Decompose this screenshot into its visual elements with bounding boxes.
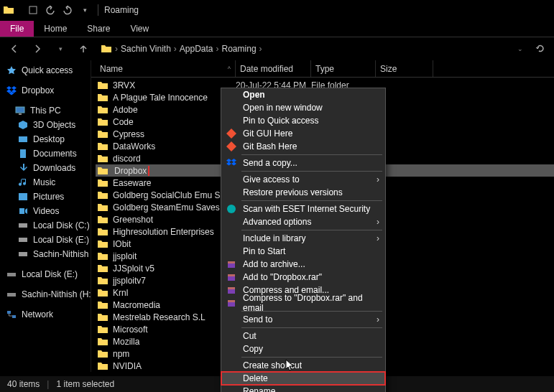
sidebar-item[interactable]: Music <box>0 175 91 190</box>
column-name[interactable]: Name^ <box>96 60 236 77</box>
svg-rect-7 <box>19 238 27 242</box>
sidebar-label: This PC <box>30 106 61 116</box>
cm-pin-quick-access[interactable]: Pin to Quick access <box>221 114 385 127</box>
column-date[interactable]: Date modified <box>236 60 311 77</box>
tab-file[interactable]: File <box>0 21 34 37</box>
column-size[interactable]: Size <box>376 60 433 77</box>
git-icon <box>226 128 237 139</box>
star-icon <box>6 65 17 76</box>
column-label: Name <box>100 64 123 74</box>
cm-advanced-options[interactable]: Advanced options› <box>221 215 385 228</box>
sidebar-item[interactable]: Desktop <box>0 132 91 146</box>
cm-create-shortcut[interactable]: Create shortcut <box>221 359 385 372</box>
cm-delete[interactable]: Delete <box>221 372 385 385</box>
cm-label: Pin to Start <box>243 246 285 256</box>
folder-icon <box>97 227 109 237</box>
sidebar-sachin-h[interactable]: Sachin-Nithish (H:) <box>0 287 91 302</box>
folder-icon <box>97 312 109 322</box>
cm-label: Pin to Quick access <box>243 116 318 126</box>
sidebar-dropbox[interactable]: Dropbox <box>0 83 91 98</box>
breadcrumb[interactable]: › Sachin Vinith › AppData › Roaming › <box>98 40 507 57</box>
sidebar-item[interactable]: Videos <box>0 204 91 218</box>
breadcrumb-seg[interactable]: Roaming <box>222 44 257 54</box>
undo-icon[interactable] <box>42 1 59 19</box>
folder-icon <box>97 129 109 139</box>
breadcrumb-seg[interactable]: Sachin Vinith <box>121 44 171 54</box>
cm-give-access[interactable]: Give access to› <box>221 173 385 186</box>
cm-copy[interactable]: Copy <box>221 342 385 355</box>
sidebar-item[interactable]: Downloads <box>0 161 91 175</box>
svg-rect-3 <box>19 136 27 142</box>
qat-save-icon[interactable] <box>24 1 42 19</box>
winrar-icon <box>226 284 237 296</box>
cm-send-to[interactable]: Send to› <box>221 313 385 326</box>
breadcrumb-seg[interactable]: AppData <box>180 44 213 54</box>
cm-open-new-window[interactable]: Open in new window <box>221 101 385 114</box>
cm-compress-dropbox-email[interactable]: Compress to "Dropbox.rar" and email <box>221 297 385 309</box>
tab-home[interactable]: Home <box>34 21 77 37</box>
up-button[interactable] <box>75 40 92 57</box>
cm-add-dropbox-rar[interactable]: Add to "Dropbox.rar" <box>221 271 385 284</box>
folder-icon <box>97 80 109 90</box>
tab-view[interactable]: View <box>120 21 159 37</box>
cm-restore-versions[interactable]: Restore previous versions <box>221 186 385 199</box>
file-name: Krnl <box>113 288 236 298</box>
file-name: A Plague Tale Innocence <box>113 93 236 103</box>
sidebar-item-label: Documents <box>33 149 77 159</box>
file-name: Cypress <box>113 129 236 139</box>
refresh-button[interactable] <box>532 41 548 57</box>
cm-send-copy[interactable]: Send a copy... <box>221 157 385 169</box>
cm-add-archive[interactable]: Add to archive... <box>221 258 385 271</box>
svg-rect-4 <box>20 149 26 158</box>
dropbox-icon <box>6 85 17 96</box>
column-headers: Name^ Date modified Type Size <box>91 60 554 78</box>
cm-include-library[interactable]: Include in library› <box>221 232 385 245</box>
file-name: Microsoft <box>113 325 236 335</box>
sidebar-item-icon <box>17 191 29 202</box>
sidebar-label: Dropbox <box>22 85 54 95</box>
address-dropdown[interactable]: ⌄ <box>512 41 528 57</box>
sidebar-quick-access[interactable]: Quick access <box>0 63 91 78</box>
cm-git-gui[interactable]: Git GUI Here <box>221 127 385 140</box>
file-name: npm <box>113 349 236 359</box>
cm-label: Compress to "Dropbox.rar" and email <box>243 293 379 313</box>
sidebar-item-icon <box>17 119 29 131</box>
cm-cut[interactable]: Cut <box>221 330 385 342</box>
redo-icon[interactable] <box>59 1 76 19</box>
window-title: Roaming <box>104 5 139 15</box>
cm-git-bash[interactable]: Git Bash Here <box>221 140 385 153</box>
cm-open[interactable]: Open <box>221 88 385 101</box>
cm-rename[interactable]: Rename <box>221 385 385 392</box>
sidebar-item[interactable]: Local Disk (C:) <box>0 218 91 233</box>
forward-button[interactable] <box>29 40 46 57</box>
chevron-right-icon: › <box>377 314 379 325</box>
column-label: Type <box>315 64 334 74</box>
cm-label: Include in library <box>243 233 305 243</box>
dropbox-icon <box>226 157 237 169</box>
sidebar-item[interactable]: Local Disk (E:) <box>0 233 91 247</box>
cm-separator <box>241 200 382 201</box>
back-button[interactable] <box>6 40 23 57</box>
svg-rect-5 <box>19 193 27 200</box>
cm-label: Add to archive... <box>243 259 305 269</box>
sidebar-item[interactable]: Documents <box>0 146 91 161</box>
sidebar-local-e[interactable]: Local Disk (E:) <box>0 267 91 281</box>
sidebar-item[interactable]: Sachin-Nithish (H:) <box>0 247 91 261</box>
cm-label: Add to "Dropbox.rar" <box>243 272 322 282</box>
cm-pin-start[interactable]: Pin to Start <box>221 245 385 258</box>
sidebar-this-pc[interactable]: This PC <box>0 103 91 118</box>
svg-rect-12 <box>12 315 16 318</box>
cm-eset-scan[interactable]: Scan with ESET Internet Security <box>221 202 385 215</box>
sidebar-item-label: 3D Objects <box>33 120 75 130</box>
column-type[interactable]: Type <box>311 60 376 77</box>
folder-icon <box>101 43 112 55</box>
tab-share[interactable]: Share <box>77 21 120 37</box>
cm-label: Delete <box>243 373 268 383</box>
recent-dropdown[interactable]: ▾ <box>52 40 69 57</box>
sidebar-label: Quick access <box>22 65 73 75</box>
qat-dropdown-icon[interactable]: ▾ <box>76 1 93 19</box>
sidebar-item[interactable]: Pictures <box>0 190 91 204</box>
sidebar-item[interactable]: 3D Objects <box>0 118 91 132</box>
file-name: NVIDIA <box>113 361 236 371</box>
sidebar-network[interactable]: Network <box>0 307 91 322</box>
